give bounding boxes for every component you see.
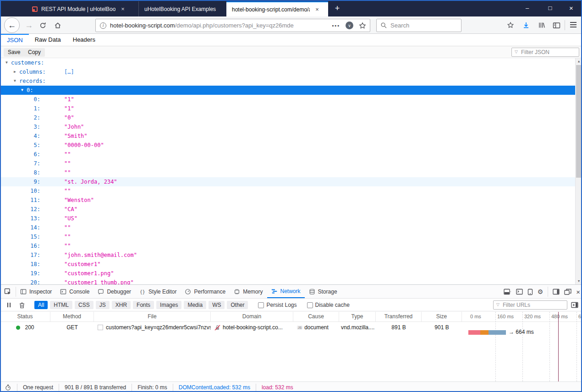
json-field-row[interactable]: 18:"customer1" [0, 260, 575, 269]
filter-xhr[interactable]: XHR [112, 301, 131, 309]
json-field-row[interactable]: 6:"" [0, 150, 575, 159]
filter-urls-box[interactable]: ▽ [493, 300, 567, 310]
filter-html[interactable]: HTML [50, 301, 72, 309]
library-button[interactable] [537, 21, 546, 30]
split-console-icon[interactable] [516, 289, 523, 295]
save-button[interactable]: Save [4, 48, 24, 57]
pick-element-button[interactable] [0, 285, 16, 298]
url-bar[interactable]: hotel-booking-script.com/demo/api.php/cu… [95, 19, 370, 32]
column-header-cause[interactable]: Cause [293, 312, 339, 321]
json-row-records[interactable]: ▼ records: [0, 76, 575, 86]
dock-side-icon[interactable] [504, 289, 511, 295]
save-to-library-button[interactable] [506, 21, 515, 30]
filter-other[interactable]: Other [227, 301, 248, 309]
details-pane-toggle-icon[interactable] [571, 302, 578, 308]
sidebar-toggle-icon[interactable] [553, 289, 560, 295]
new-tab-button[interactable]: + [331, 4, 344, 13]
tab-headers[interactable]: Headers [67, 34, 101, 46]
json-field-row[interactable]: 13:"US" [0, 214, 575, 223]
filter-json-input[interactable] [521, 49, 577, 56]
clear-requests-icon[interactable] [19, 302, 25, 309]
filter-media[interactable]: Media [184, 301, 206, 309]
devtools-tab-inspector[interactable]: Inspector [16, 285, 56, 298]
browser-tab-active[interactable]: hotel-booking-script.com/demo/a × [226, 1, 328, 16]
home-button[interactable] [53, 20, 63, 30]
column-header-size[interactable]: Size [422, 312, 462, 321]
json-field-row[interactable]: 10:"" [0, 186, 575, 196]
column-header-method[interactable]: Method [50, 312, 94, 321]
column-header-file[interactable]: File [94, 312, 211, 321]
filter-all[interactable]: All [34, 301, 48, 309]
tab-json[interactable]: JSON [1, 34, 29, 46]
settings-gear-icon[interactable]: ⚙ [538, 288, 544, 295]
request-row[interactable]: 200 GET customers?api_key=qz26mdenr5cwsi… [0, 322, 582, 332]
column-header-transferred[interactable]: Transferred [376, 312, 422, 321]
downloads-button[interactable] [522, 21, 531, 30]
copy-button[interactable]: Copy [24, 48, 45, 57]
scrollbar-thumb[interactable] [576, 65, 582, 178]
json-row-columns[interactable]: ▶ columns: […] [0, 67, 575, 76]
tree-scrollbar[interactable]: ▲ ▼ [575, 58, 582, 284]
json-row-record0-selected[interactable]: ▼ 0: [0, 86, 575, 95]
json-field-row[interactable]: 5:"0000-00-00" [0, 141, 575, 150]
filter-json-box[interactable]: ▽ [511, 48, 579, 57]
disable-cache-checkbox[interactable] [307, 302, 313, 308]
responsive-mode-icon[interactable] [527, 289, 533, 295]
window-close-button[interactable]: × [561, 0, 582, 16]
forward-button[interactable]: → [24, 20, 34, 30]
filter-js[interactable]: JS [96, 301, 110, 309]
json-field-row[interactable]: 11:"Wenston" [0, 196, 575, 205]
pause-traffic-icon[interactable] [7, 303, 11, 307]
column-header-domain[interactable]: Domain [211, 312, 293, 321]
json-field-row[interactable]: 14:"" [0, 223, 575, 232]
filter-urls-input[interactable] [503, 301, 565, 309]
persist-logs-checkbox[interactable] [258, 302, 264, 308]
page-actions-icon[interactable]: ••• [332, 23, 340, 28]
search-input[interactable] [390, 20, 458, 31]
devtools-tab-style-editor[interactable]: {} Style Editor [135, 285, 181, 298]
tab-raw-data[interactable]: Raw Data [29, 34, 67, 46]
bookmark-star-icon[interactable] [359, 22, 366, 29]
json-field-row[interactable]: 20:"customer1_thumb.png" [0, 278, 575, 284]
json-collapsed-value[interactable]: […] [64, 67, 74, 76]
devtools-tab-debugger[interactable]: Debugger [93, 285, 135, 298]
json-field-row[interactable]: 19:"customer1.png" [0, 269, 575, 278]
tab-close-icon[interactable]: × [119, 5, 126, 12]
json-field-row[interactable]: 12:"CA" [0, 205, 575, 214]
search-bar[interactable] [376, 19, 461, 32]
json-field-row[interactable]: 4:"Smith" [0, 131, 575, 141]
browser-tab-1[interactable]: REST API Module | uHotelBook × [27, 1, 131, 16]
tab-close-icon[interactable]: × [313, 6, 321, 13]
column-header-status[interactable]: Status [0, 312, 50, 321]
filter-ws[interactable]: WS [209, 301, 225, 309]
devtools-tab-network[interactable]: Network [267, 285, 305, 298]
window-maximize-button[interactable]: □ [540, 0, 560, 16]
expander-icon[interactable]: ▶ [14, 67, 18, 76]
pocket-icon[interactable]: ∨ [346, 22, 353, 29]
reload-button[interactable] [38, 20, 48, 30]
window-minimize-button[interactable]: – [517, 0, 538, 16]
json-field-row[interactable]: 16:"" [0, 241, 575, 250]
expander-icon[interactable]: ▼ [14, 76, 18, 86]
json-field-row[interactable]: 7:"" [0, 159, 575, 168]
json-field-row[interactable]: 2:"0" [0, 113, 575, 122]
devtools-tab-performance[interactable]: Performance [181, 285, 230, 298]
performance-analysis-button[interactable] [5, 384, 11, 391]
menu-button[interactable] [570, 22, 577, 29]
expander-icon[interactable]: ▼ [5, 58, 10, 67]
scroll-up-icon[interactable]: ▲ [576, 60, 582, 63]
devtools-tab-console[interactable]: Console [56, 285, 93, 298]
back-button[interactable]: ← [4, 17, 20, 33]
sidebars-button[interactable] [552, 21, 561, 30]
separate-window-icon[interactable] [564, 289, 571, 295]
filter-css[interactable]: CSS [75, 301, 93, 309]
json-field-row[interactable]: 8:"" [0, 168, 575, 177]
json-field-row[interactable]: 0:"1" [0, 95, 575, 104]
devtools-close-icon[interactable]: × [576, 288, 580, 296]
json-field-row[interactable]: 1:"1" [0, 104, 575, 113]
json-field-row[interactable]: 17:"john.smith@email.com" [0, 250, 575, 260]
info-icon[interactable] [100, 22, 106, 29]
json-field-row[interactable]: 3:"John" [0, 122, 575, 131]
expander-icon[interactable]: ▼ [21, 86, 26, 95]
json-row-customers[interactable]: ▼ customers: [0, 58, 575, 67]
